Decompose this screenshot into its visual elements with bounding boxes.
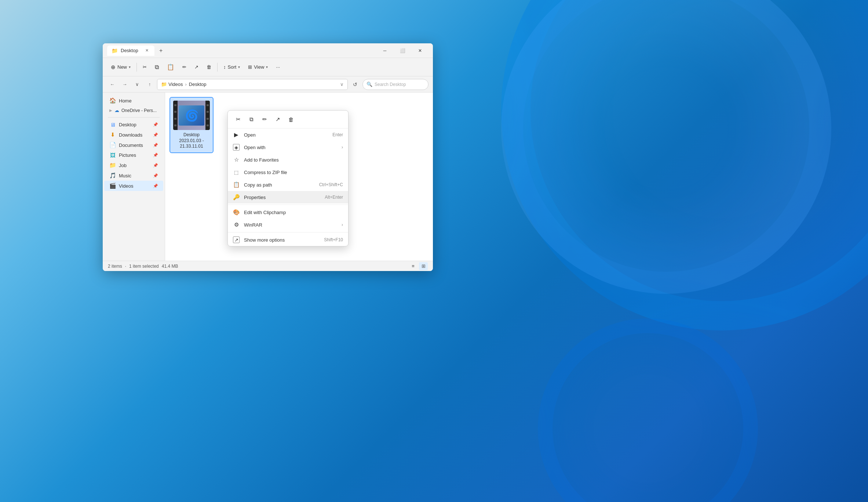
ctx-compress-icon: ⬚ xyxy=(233,169,240,176)
cut-button[interactable]: ✂ xyxy=(139,62,150,72)
toolbar-separator-1 xyxy=(136,63,137,72)
sidebar-item-home[interactable]: 🏠 Home xyxy=(104,95,163,106)
sidebar-home-label: Home xyxy=(119,98,132,104)
ctx-share-icon: ↗ xyxy=(276,116,280,123)
share-button[interactable]: ↗ xyxy=(191,62,202,72)
large-icon-view-button[interactable]: ⊞ xyxy=(419,262,428,270)
ctx-favorites-icon: ☆ xyxy=(233,156,240,163)
status-bar: 2 items · 1 item selected 41.4 MB ≡ ⊞ xyxy=(103,261,433,271)
list-view-button[interactable]: ≡ xyxy=(409,262,417,270)
sidebar-onedrive-label: OneDrive - Pers... xyxy=(121,108,157,113)
ctx-delete-button[interactable]: 🗑 xyxy=(285,113,297,125)
ctx-delete-icon: 🗑 xyxy=(288,116,294,123)
sidebar-item-job[interactable]: 📁 Job 📌 xyxy=(104,160,163,170)
ctx-rename-button[interactable]: ✏ xyxy=(259,113,270,125)
pin-icon-documents: 📌 xyxy=(153,143,158,148)
file-item-desktop-video[interactable]: 🌀 Desktop2023.01.03 -21.33.11.01 xyxy=(169,97,214,153)
rename-button[interactable]: ✏ xyxy=(179,62,190,72)
sidebar-item-downloads[interactable]: ⬇ Downloads 📌 xyxy=(104,130,163,140)
path-part-videos: Videos xyxy=(168,82,183,87)
videos-folder-icon: 🎬 xyxy=(109,183,116,189)
ctx-add-favorites-item[interactable]: ☆ Add to Favorites xyxy=(228,154,348,166)
context-menu: ✂ ⧉ ✏ ↗ 🗑 ▶ Open Enter ◈ Open with › ☆ A… xyxy=(227,110,349,246)
sidebar-item-videos[interactable]: 🎬 Videos 📌 xyxy=(104,181,163,191)
window-controls: ─ ⬜ ✕ xyxy=(376,45,428,57)
paste-button[interactable]: 📋 xyxy=(163,62,178,72)
ctx-cut-icon: ✂ xyxy=(236,116,241,123)
close-button[interactable]: ✕ xyxy=(412,45,428,57)
delete-button[interactable]: 🗑 xyxy=(203,62,215,72)
view-label: View xyxy=(254,64,264,70)
sidebar-videos-label: Videos xyxy=(119,183,134,189)
ctx-clipchamp-icon: 🎨 xyxy=(233,209,240,216)
ctx-properties-shortcut: Alt+Enter xyxy=(325,195,343,200)
sidebar-item-pictures[interactable]: 🖼 Pictures 📌 xyxy=(104,150,163,160)
path-icon-videos: 📁 xyxy=(161,82,167,87)
new-icon: ⊕ xyxy=(111,64,116,71)
ctx-separator-2 xyxy=(228,232,348,232)
file-name: Desktop2023.01.03 -21.33.11.01 xyxy=(179,132,204,149)
pictures-folder-icon: 🖼 xyxy=(109,152,116,158)
ctx-open-item[interactable]: ▶ Open Enter xyxy=(228,129,348,141)
ctx-open-with-item[interactable]: ◈ Open with › xyxy=(228,141,348,154)
sidebar-desktop-label: Desktop xyxy=(119,122,136,127)
sidebar-music-label: Music xyxy=(119,173,131,178)
copy-button[interactable]: ⧉ xyxy=(151,62,163,72)
job-folder-icon: 📁 xyxy=(109,162,116,169)
search-icon: 🔍 xyxy=(366,82,372,87)
refresh-button[interactable]: ↺ xyxy=(350,79,360,90)
ctx-compress-zip-item[interactable]: ⬚ Compress to ZIP file xyxy=(228,166,348,178)
toolbar-separator-2 xyxy=(217,63,218,72)
ctx-cut-button[interactable]: ✂ xyxy=(232,113,244,125)
new-chevron-icon: ▾ xyxy=(129,65,131,69)
tab-close-button[interactable]: ✕ xyxy=(144,48,150,54)
new-button[interactable]: ⊕ New ▾ xyxy=(107,62,134,72)
ctx-properties-item[interactable]: 🔑 Properties Alt+Enter xyxy=(228,191,348,203)
copy-icon: ⧉ xyxy=(155,64,159,71)
view-button[interactable]: ⊞ View ▾ xyxy=(244,62,271,72)
sort-icon: ↕ xyxy=(223,64,226,70)
back-button[interactable]: ← xyxy=(107,79,117,90)
search-box[interactable]: 🔍 Search Desktop xyxy=(362,79,428,90)
toolbar: ⊕ New ▾ ✂ ⧉ 📋 ✏ ↗ 🗑 ↕ Sort ▾ ⊞ xyxy=(103,58,433,76)
ctx-clipchamp-label: Edit with Clipchamp xyxy=(244,210,343,215)
more-button[interactable]: ··· xyxy=(272,62,284,72)
ctx-winrar-item[interactable]: ⚙ WinRAR › xyxy=(228,219,348,231)
new-tab-button[interactable]: + xyxy=(156,46,166,56)
tab-title: Desktop xyxy=(121,48,138,53)
address-bar[interactable]: 📁 Videos › Desktop ∨ xyxy=(157,79,348,90)
recent-locations-button[interactable]: ∨ xyxy=(132,79,142,90)
ctx-open-shortcut: Enter xyxy=(332,132,343,137)
ctx-open-with-icon: ◈ xyxy=(233,144,240,151)
minimize-button[interactable]: ─ xyxy=(376,45,393,57)
maximize-button[interactable]: ⬜ xyxy=(394,45,411,57)
swirl-decoration-3 xyxy=(538,318,758,502)
ctx-clipchamp-item[interactable]: 🎨 Edit with Clipchamp xyxy=(228,206,348,219)
sort-button[interactable]: ↕ Sort ▾ xyxy=(220,62,244,72)
ctx-copy-path-shortcut: Ctrl+Shift+C xyxy=(319,182,343,187)
pin-icon-downloads: 📌 xyxy=(153,133,158,137)
sort-chevron-icon: ▾ xyxy=(238,65,240,69)
sidebar-item-music[interactable]: 🎵 Music 📌 xyxy=(104,170,163,181)
sidebar-downloads-label: Downloads xyxy=(119,132,142,138)
ctx-copy-path-label: Copy as path xyxy=(244,182,315,188)
ctx-rename-icon: ✏ xyxy=(262,116,267,123)
tab-folder-icon: 📁 xyxy=(112,48,118,54)
downloads-folder-icon: ⬇ xyxy=(109,131,116,138)
ctx-share-button[interactable]: ↗ xyxy=(272,113,284,125)
ctx-open-icon: ▶ xyxy=(233,131,240,138)
sidebar-item-desktop[interactable]: 🖥 Desktop 📌 xyxy=(104,120,163,130)
forward-button[interactable]: → xyxy=(120,79,130,90)
ctx-copy-button[interactable]: ⧉ xyxy=(245,113,257,125)
ctx-show-more-item[interactable]: ↗ Show more options Shift+F10 xyxy=(228,234,348,246)
ctx-compress-label: Compress to ZIP file xyxy=(244,170,343,175)
rename-icon: ✏ xyxy=(182,64,186,70)
ctx-copy-path-item[interactable]: 📋 Copy as path Ctrl+Shift+C xyxy=(228,178,348,191)
item-count: 2 items xyxy=(108,264,122,269)
window-tab-desktop[interactable]: 📁 Desktop ✕ xyxy=(107,46,154,56)
up-button[interactable]: ↑ xyxy=(145,79,155,90)
sidebar-item-documents[interactable]: 📄 Documents 📌 xyxy=(104,140,163,150)
cut-icon: ✂ xyxy=(143,64,147,70)
sidebar-item-onedrive[interactable]: ▶ ☁ OneDrive - Pers... xyxy=(104,106,163,115)
paste-icon: 📋 xyxy=(167,64,174,71)
